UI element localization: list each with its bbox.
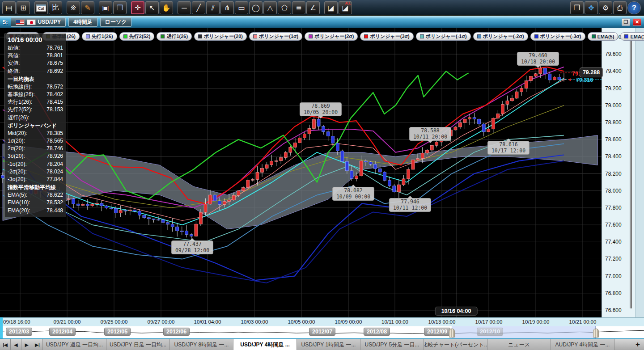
navigator-selection[interactable] xyxy=(452,326,596,338)
price-axis-label: 76.800 xyxy=(605,290,622,296)
navigator-handle-left[interactable] xyxy=(449,329,455,337)
pitchfork-icon[interactable]: ⋔ xyxy=(220,1,234,14)
legend-swatch-icon xyxy=(161,34,165,38)
calendar-icon[interactable]: Cal xyxy=(34,1,48,14)
chart-add-icon[interactable]: ⊞ xyxy=(17,1,30,14)
tab-nav-button-0[interactable]: |◀ xyxy=(0,339,11,350)
navigator-month-badge[interactable]: 2012/06 xyxy=(163,328,190,336)
legend-label: ボリンジャー(1σ) xyxy=(259,33,298,40)
date-axis-label: 10/19 00:00 xyxy=(522,319,550,325)
ellipse-icon[interactable]: ◯ xyxy=(249,1,263,14)
window-number: 5: xyxy=(3,19,8,25)
legend-pill-8[interactable]: ボリンジャー(3σ) xyxy=(360,32,413,41)
navigator-month-badge[interactable]: 2012/10 xyxy=(477,328,503,336)
price-axis-label: 78.000 xyxy=(605,188,622,194)
legend-pill-6[interactable]: ボリンジャー(1σ) xyxy=(249,32,302,41)
add-tab-button[interactable]: + xyxy=(631,339,644,350)
help-icon[interactable]: ? xyxy=(627,1,641,14)
date-axis[interactable]: 09/18 16:0009/21 00:0009/25 00:0009/27 0… xyxy=(0,317,644,326)
windows-icon[interactable]: ❐ xyxy=(570,1,584,14)
chart-list-icon[interactable]: ▤ xyxy=(2,1,16,14)
tab-7[interactable]: ニュース xyxy=(487,339,551,350)
parallel-lines-icon[interactable]: ⫽ xyxy=(206,1,220,14)
navigator-month-badge[interactable]: 2012/08 xyxy=(364,328,390,336)
axis-resize-gutter[interactable] xyxy=(630,40,632,308)
legend-label: 先行2(52) xyxy=(129,33,151,40)
eraser-icon[interactable]: ◪ xyxy=(324,1,338,14)
restore-window-button[interactable]: ❐ xyxy=(622,18,630,26)
chart-type-button[interactable]: ローソク xyxy=(100,17,132,27)
tab-0[interactable]: USD/JPY 週足 一目均... xyxy=(43,339,106,350)
annotation-price: 78.082 xyxy=(336,188,370,194)
timeframe-button[interactable]: 4時間足 xyxy=(68,17,97,27)
compare-icon[interactable]: 比 xyxy=(49,1,62,14)
crosshair-icon[interactable]: ✛ xyxy=(131,1,144,14)
candlestick-chart[interactable] xyxy=(0,28,602,317)
rectangle-icon[interactable]: ▭ xyxy=(235,1,248,14)
tab-5[interactable]: USD/JPY 5分足 一目... xyxy=(360,339,424,350)
chart-region[interactable]: 転換線(9)基準線(26)先行1(26)先行2(52)遅行1(26)ボリンジャー… xyxy=(0,28,644,317)
navigator-month-badge[interactable]: 2012/09 xyxy=(424,328,450,336)
vertical-scrollbar[interactable] xyxy=(635,28,644,317)
info-row-label: EMA(20): xyxy=(8,207,30,215)
legend-pill-10[interactable]: ボリンジャー(-2σ) xyxy=(473,32,528,41)
trend-line-icon[interactable]: ╱ xyxy=(192,1,205,14)
indicator-legend: 転換線(9)基準線(26)先行1(26)先行2(52)遅行1(26)ボリンジャー… xyxy=(5,32,644,41)
navigator-month-badge[interactable]: 2012/05 xyxy=(104,328,131,336)
annotation-price: 78.616 xyxy=(491,142,525,148)
info-row: Mid(20):78.385 xyxy=(8,130,63,137)
tab-3[interactable]: USD/JPY 4時間足 ... xyxy=(233,339,297,350)
tab-8[interactable]: AUD/JPY 4時間足 一... xyxy=(551,339,614,350)
tab-2[interactable]: USD/JPY 8時間足 一... xyxy=(170,339,233,350)
navigator-month-badge[interactable]: 2012/03 xyxy=(6,328,32,336)
legend-pill-4[interactable]: 遅行1(26) xyxy=(157,32,192,41)
legend-pill-9[interactable]: ボリンジャー(-1σ) xyxy=(416,32,471,41)
navigator-month-badge[interactable]: 2012/04 xyxy=(49,328,76,336)
legend-pill-2[interactable]: 先行1(26) xyxy=(82,32,117,41)
annotation-date: 10/17 12:00 xyxy=(491,148,525,154)
legend-pill-5[interactable]: ボリンジャー(20) xyxy=(194,32,247,41)
cursor-icon[interactable]: ↖ xyxy=(145,1,159,14)
triangle-icon[interactable]: △ xyxy=(263,1,277,14)
fullscreen-icon[interactable]: ✥ xyxy=(585,1,598,14)
info-section-title: ボリンジャーバンド xyxy=(8,122,63,130)
price-axis-label: 79.600 xyxy=(605,51,622,57)
info-row: -2σ(20):78.024 xyxy=(8,168,63,176)
currency-pair-button[interactable]: USD/JPY xyxy=(11,17,66,27)
legend-pill-3[interactable]: 先行2(52) xyxy=(119,32,155,41)
save-icon[interactable]: ❒ xyxy=(113,1,127,14)
settings-gear-icon[interactable]: ⚙ xyxy=(599,1,612,14)
price-axis-label: 77.000 xyxy=(605,273,622,279)
eraser-all-icon[interactable]: ◪ALL xyxy=(339,1,352,14)
pentagon-icon[interactable]: ⬠ xyxy=(278,1,291,14)
tab-nav-button-2[interactable]: ▶ xyxy=(21,339,32,350)
date-axis-label: 10/05 00:00 xyxy=(288,319,315,325)
navigator-month-badge[interactable]: 2012/07 xyxy=(309,328,335,336)
legend-pill-12[interactable]: EMA(5) xyxy=(588,32,619,41)
horizontal-line-icon[interactable]: ─ xyxy=(178,1,191,14)
pencil-icon[interactable]: ✎ xyxy=(81,1,94,14)
legend-pill-13[interactable]: EMA(10) xyxy=(620,32,644,41)
timeline-navigator[interactable]: 2012/032012/042012/052012/062012/072012/… xyxy=(0,326,644,338)
tab-nav-button-1[interactable]: ◀ xyxy=(11,339,21,350)
navigator-handle-right[interactable] xyxy=(593,329,599,337)
annotation-date: 10/05 20:00 xyxy=(304,110,338,116)
indicator-nodes-icon[interactable]: ※ xyxy=(67,1,80,14)
chart-settings-icon[interactable]: ▣ xyxy=(99,1,112,14)
close-window-button[interactable]: ✕ xyxy=(633,18,641,26)
legend-swatch-icon xyxy=(253,34,257,38)
info-row: 基準線(26):78.402 xyxy=(8,91,63,98)
price-axis-label: 79.400 xyxy=(605,68,622,74)
pan-hand-icon[interactable]: ✋ xyxy=(160,1,173,14)
print-icon[interactable]: ⎙ xyxy=(613,1,627,14)
fan-lines-icon[interactable]: ∠ xyxy=(306,1,320,14)
legend-pill-7[interactable]: ボリンジャー(2σ) xyxy=(305,32,358,41)
currency-pair-label: USD/JPY xyxy=(38,19,61,25)
tab-1[interactable]: USD/JPY 日足 一目均... xyxy=(106,339,170,350)
tab-6[interactable]: 比較チャート(パーセント... xyxy=(424,339,487,350)
legend-pill-11[interactable]: ボリンジャー(-3σ) xyxy=(530,32,585,41)
fibonacci-lines-icon[interactable]: ≣ xyxy=(292,1,305,14)
annotation-price: 78.869 xyxy=(304,103,338,110)
tab-4[interactable]: USD/JPY 1時間足 一... xyxy=(297,339,360,350)
tab-nav-button-3[interactable]: ▶| xyxy=(32,339,43,350)
